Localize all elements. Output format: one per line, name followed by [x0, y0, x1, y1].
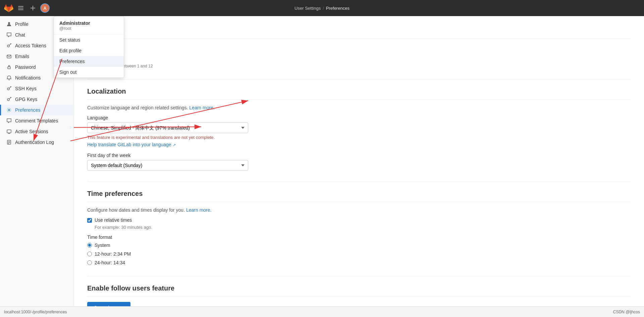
- svg-rect-0: [18, 6, 23, 7]
- language-label: Language: [87, 115, 631, 120]
- save-changes-button[interactable]: Save changes: [87, 302, 130, 306]
- sidebar-item-ssh-keys[interactable]: SSH Keys: [0, 83, 73, 94]
- sidebar-password-label: Password: [15, 64, 36, 70]
- statusbar: localhost:1000/-/profile/preferences CSD…: [0, 306, 644, 317]
- sidebar-profile-label: Profile: [15, 21, 29, 27]
- avatar[interactable]: A: [40, 3, 50, 13]
- use-relative-times-checkbox[interactable]: [87, 218, 92, 223]
- sidebar-item-gpg-keys[interactable]: GPG Keys: [0, 94, 73, 105]
- time-format-24hour-radio[interactable]: [87, 260, 92, 265]
- dropdown-handle: @root: [59, 26, 118, 31]
- gpg-keys-icon: [6, 97, 12, 102]
- translate-gitlab-link[interactable]: Help translate GitLab into your language…: [87, 142, 176, 147]
- svg-point-8: [7, 99, 9, 101]
- access-tokens-icon: [6, 43, 12, 48]
- sidebar-access-tokens-label: Access Tokens: [15, 43, 46, 48]
- time-format-12hour-radio[interactable]: [87, 252, 92, 256]
- sidebar-item-comment-templates[interactable]: Comment Templates: [0, 115, 73, 126]
- sidebar-ssh-keys-label: SSH Keys: [15, 86, 37, 91]
- time-format-system-label[interactable]: System: [95, 243, 110, 248]
- sidebar-preferences-label: Preferences: [15, 107, 40, 113]
- behavior-section: Behavior Tab width Must be a number betw…: [87, 27, 631, 68]
- time-format-system-radio[interactable]: [87, 243, 92, 248]
- localization-desc: Customize language and region related se…: [87, 105, 631, 110]
- first-day-select[interactable]: System default (Sunday) Sunday Monday Sa…: [87, 160, 248, 171]
- use-relative-times-row: Use relative times: [87, 217, 631, 223]
- sidebar-toggle-button[interactable]: [16, 3, 25, 13]
- statusbar-right: CSDN @ljhcos: [613, 310, 640, 314]
- follow-users-title: Enable follow users feature: [87, 284, 631, 297]
- svg-rect-1: [18, 8, 23, 8]
- sidebar-gpg-keys-label: GPG Keys: [15, 97, 37, 102]
- content-area: Behavior Tab width Must be a number betw…: [74, 16, 644, 306]
- gitlab-logo: [4, 3, 13, 13]
- dropdown-preferences[interactable]: Preferences: [54, 56, 124, 67]
- sidebar-emails-label: Emails: [15, 54, 29, 59]
- time-format-label: Time format: [87, 234, 631, 240]
- time-format-system-row: System: [87, 243, 631, 248]
- breadcrumb-parent[interactable]: User Settings: [294, 6, 321, 11]
- notifications-icon: [6, 75, 12, 81]
- sidebar-comment-templates-label: Comment Templates: [15, 118, 58, 123]
- divider-3: [87, 276, 631, 276]
- time-format-radio-group: System 12-hour: 2:34 PM 24-hour: 14:34: [87, 243, 631, 265]
- topbar: A User Settings / Preferences: [0, 0, 644, 16]
- dropdown-user-info: Administrator @root: [54, 16, 124, 35]
- time-format-12hour-row: 12-hour: 2:34 PM: [87, 251, 631, 257]
- sidebar-item-preferences[interactable]: Preferences: [0, 105, 73, 115]
- time-preferences-section: Time preferences Configure how dates and…: [87, 190, 631, 265]
- password-icon: [6, 64, 12, 70]
- authentication-log-icon: [6, 140, 12, 145]
- localization-title: Localization: [87, 88, 631, 100]
- sidebar-chat-label: Chat: [15, 32, 25, 38]
- user-dropdown: Administrator @root Set status Edit prof…: [54, 16, 124, 78]
- dropdown-edit-profile[interactable]: Edit profile: [54, 45, 124, 56]
- svg-point-3: [8, 22, 10, 24]
- tab-width-label: Tab width: [87, 44, 631, 50]
- ssh-keys-icon: [6, 86, 12, 91]
- localization-section: Localization Customize language and regi…: [87, 88, 631, 171]
- svg-rect-10: [7, 130, 11, 133]
- svg-rect-2: [18, 9, 23, 10]
- svg-point-9: [8, 109, 10, 111]
- active-sessions-icon: [6, 129, 12, 134]
- localization-warning: This feature is experimental and transla…: [87, 135, 631, 140]
- breadcrumb: User Settings / Preferences: [294, 6, 350, 11]
- sidebar-authentication-log-label: Authentication Log: [15, 140, 54, 145]
- svg-point-4: [7, 45, 9, 47]
- divider-2: [87, 181, 631, 182]
- divider-1: [87, 79, 631, 80]
- new-item-button[interactable]: [28, 3, 38, 13]
- localization-learn-more-link[interactable]: Learn more.: [189, 105, 214, 110]
- follow-users-section: Enable follow users feature Save changes: [87, 284, 631, 306]
- profile-icon: [6, 21, 12, 27]
- time-format-24hour-row: 24-hour: 14:34: [87, 260, 631, 265]
- language-select[interactable]: Chinese, Simplified - 简体中文 (97% translat…: [87, 122, 248, 133]
- behavior-title: Behavior: [87, 27, 631, 39]
- sidebar-notifications-label: Notifications: [15, 75, 41, 81]
- dropdown-set-status[interactable]: Set status: [54, 35, 124, 45]
- external-link-icon: ↗: [173, 143, 176, 147]
- sidebar-active-sessions-label: Active Sessions: [15, 129, 48, 134]
- emails-icon: [6, 54, 12, 59]
- tab-width-hint: Must be a number between 1 and 12: [87, 64, 631, 68]
- svg-rect-6: [8, 67, 10, 69]
- use-relative-times-hint: For example: 30 minutes ago.: [95, 225, 631, 230]
- time-preferences-desc: Configure how dates and times display fo…: [87, 207, 631, 213]
- comment-templates-icon: [6, 118, 12, 123]
- time-learn-more-link[interactable]: Learn more.: [186, 207, 211, 213]
- use-relative-times-label[interactable]: Use relative times: [95, 217, 132, 223]
- svg-point-7: [7, 88, 9, 90]
- time-preferences-title: Time preferences: [87, 190, 631, 202]
- dropdown-sign-out[interactable]: Sign out: [54, 67, 124, 77]
- sidebar-item-active-sessions[interactable]: Active Sessions: [0, 126, 73, 137]
- first-day-label: First day of the week: [87, 153, 631, 158]
- dropdown-username: Administrator: [59, 20, 118, 26]
- sidebar-item-authentication-log[interactable]: Authentication Log: [0, 137, 73, 148]
- time-format-24hour-label[interactable]: 24-hour: 14:34: [95, 260, 125, 265]
- preferences-icon: [6, 107, 12, 113]
- chat-icon: [6, 32, 12, 38]
- time-format-12hour-label[interactable]: 12-hour: 2:34 PM: [95, 251, 131, 257]
- statusbar-url: localhost:1000/-/profile/preferences: [4, 310, 67, 314]
- breadcrumb-current: Preferences: [326, 6, 350, 11]
